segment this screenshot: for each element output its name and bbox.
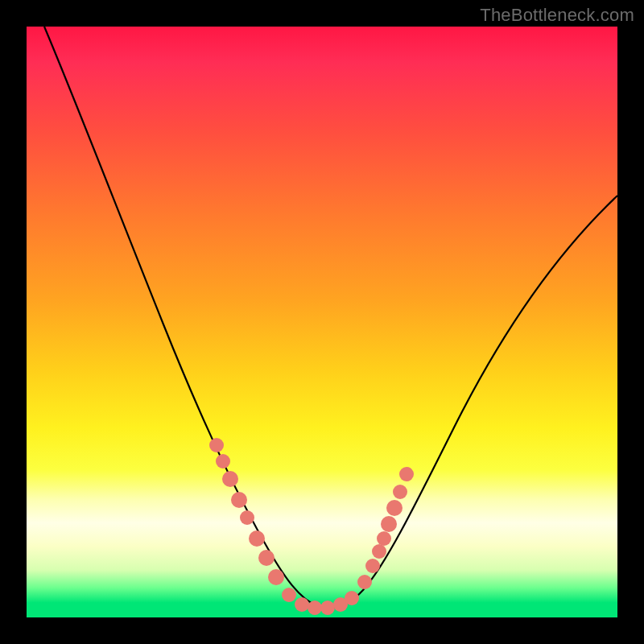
bead xyxy=(377,531,391,546)
outer-frame: TheBottleneck.com xyxy=(0,0,644,644)
bead xyxy=(357,575,372,589)
bead xyxy=(386,500,402,516)
bead xyxy=(308,601,322,615)
bead xyxy=(268,569,284,585)
bead xyxy=(231,492,247,508)
bead xyxy=(399,467,414,481)
bead xyxy=(372,544,386,559)
bead xyxy=(295,597,309,612)
bead xyxy=(240,510,254,525)
bead xyxy=(222,471,238,487)
curve-svg xyxy=(27,27,617,617)
bead xyxy=(282,588,296,602)
bead xyxy=(216,454,230,469)
bottleneck-curve xyxy=(44,27,617,609)
watermark: TheBottleneck.com xyxy=(480,5,634,26)
bead xyxy=(365,559,380,573)
bead xyxy=(249,530,265,547)
plot-area xyxy=(27,27,617,617)
bead xyxy=(345,591,359,605)
bead xyxy=(320,601,335,615)
bead xyxy=(381,516,397,532)
bead xyxy=(209,438,224,452)
bead xyxy=(258,550,275,566)
bead xyxy=(393,485,407,499)
